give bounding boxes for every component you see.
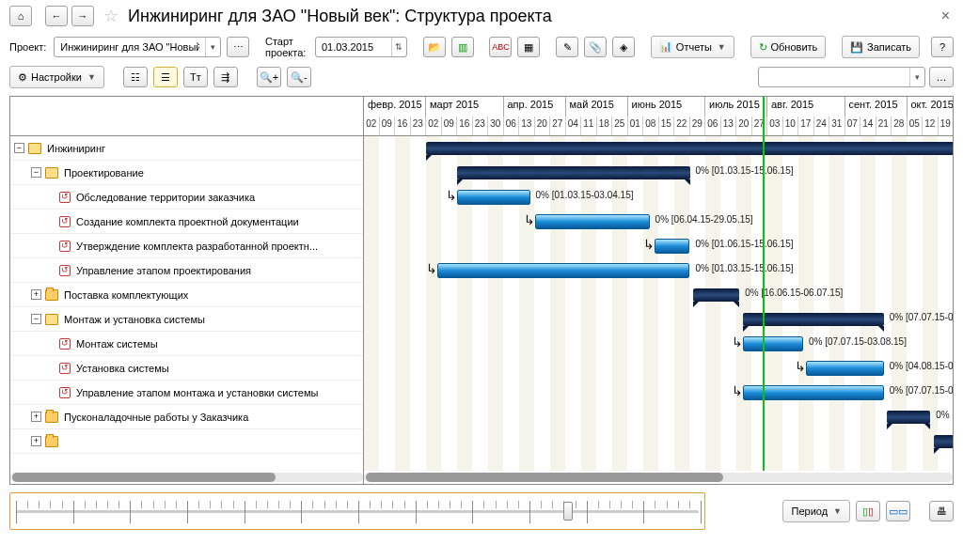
layout-b-button[interactable]: ▭▭ (886, 501, 910, 521)
task-row[interactable]: Управление этапом монтажа и установки си… (10, 381, 363, 405)
summary-bar[interactable] (887, 411, 930, 424)
back-button[interactable]: ← (45, 6, 68, 26)
hierarchy-view-button[interactable]: ☷ (123, 67, 148, 87)
expand-icon[interactable]: + (31, 436, 41, 446)
task-row[interactable]: Установка системы (10, 356, 363, 381)
tree-button[interactable]: ⇶ (213, 67, 238, 87)
layout-a-button[interactable]: ▯▯ (856, 501, 880, 521)
summary-bar[interactable] (693, 288, 740, 302)
project-dropdown-icon[interactable]: ▾ (205, 38, 220, 56)
reports-button[interactable]: 📊 Отчеты ▼ (651, 36, 734, 58)
collapse-icon[interactable]: − (14, 143, 24, 153)
task-bar[interactable] (743, 336, 803, 351)
task-row[interactable]: +Поставка комплектующих (10, 283, 363, 307)
task-row[interactable]: −Монтаж и установка системы (10, 307, 363, 332)
start-input[interactable] (316, 38, 391, 56)
task-row[interactable]: Утверждение комплекта разработанной прое… (10, 234, 363, 258)
task-row[interactable]: Обследование территории заказчика (10, 185, 363, 210)
task-row[interactable]: −Инжиниринг (10, 136, 363, 161)
zoom-ruler[interactable] (9, 492, 705, 530)
project-select-button[interactable]: ⋯ (227, 37, 249, 57)
summary-bar[interactable] (426, 142, 953, 155)
text-mode-button[interactable]: Tт (183, 67, 208, 87)
task-bar[interactable] (457, 190, 530, 205)
schedule-a-button[interactable]: ABC (489, 37, 512, 57)
gantt-timeline[interactable]: февр. 2015март 2015апр. 2015май 2015июнь… (364, 97, 953, 471)
close-icon[interactable]: × (938, 8, 954, 24)
folder-icon (28, 143, 41, 154)
package-button[interactable]: ◈ (612, 37, 635, 57)
project-input[interactable] (55, 38, 205, 56)
task-name: Создание комплекта проектной документаци… (76, 216, 299, 227)
open-folder-button[interactable]: 📂 (423, 37, 446, 57)
refresh-button[interactable]: ↻ Обновить (750, 36, 827, 58)
task-row[interactable]: Монтаж системы (10, 332, 363, 356)
month-header: сент. 2015 (845, 97, 908, 117)
week-header: 10 (783, 117, 799, 136)
more-button[interactable]: … (929, 67, 954, 87)
expand-icon[interactable]: + (31, 412, 41, 422)
bar-label: 0% [06.04.15-29.05.15] (655, 214, 753, 225)
expand-icon[interactable]: + (31, 289, 41, 300)
zoom-out-button[interactable]: 🔍- (287, 67, 311, 87)
month-header: май 2015 (566, 97, 628, 117)
period-button[interactable]: Период ▼ (782, 500, 850, 522)
attach-button[interactable]: 📎 (584, 37, 607, 57)
week-header: 17 (798, 117, 814, 136)
bar-label: 0% [01.06.15-15.06.15] (696, 239, 794, 249)
task-name: Монтаж системы (76, 338, 158, 350)
task-bar[interactable] (655, 239, 690, 254)
star-icon[interactable]: ☆ (103, 6, 118, 26)
task-row[interactable]: −Проектирование (10, 161, 363, 185)
doc-button[interactable]: ▥ (451, 37, 474, 57)
task-row[interactable]: Управление этапом проектирования (10, 258, 363, 283)
task-list: −Инжиниринг−ПроектированиеОбследование т… (10, 97, 364, 471)
bar-label: 0% [16.06.15-06.07.15] (745, 288, 843, 298)
schedule-b-button[interactable]: ▦ (517, 37, 540, 57)
bar-label: 0% [01.03.15-15.06.15] (696, 165, 794, 176)
task-icon (59, 387, 71, 398)
edit-button[interactable]: ✎ (556, 37, 578, 57)
filter-combo[interactable]: ▾ (758, 67, 925, 87)
home-button[interactable]: ⌂ (9, 6, 32, 26)
week-header: 03 (767, 117, 783, 136)
link-arrow-icon: ↳ (643, 237, 655, 252)
task-bar[interactable] (437, 263, 690, 278)
task-name: Пусконаладочные работы у Заказчика (64, 412, 248, 423)
date-step-icon[interactable]: ⇅ (391, 38, 406, 56)
task-name: Утверждение комплекта разработанной прое… (76, 241, 318, 252)
timeline-scrollbar[interactable] (364, 473, 953, 482)
task-row[interactable]: + (10, 429, 363, 454)
start-date[interactable]: ⇅ (315, 37, 407, 57)
save-button[interactable]: 💾 Записать (842, 36, 920, 58)
settings-button[interactable]: ⚙ Настройки ▼ (9, 66, 104, 88)
task-row[interactable]: Создание комплекта проектной документаци… (10, 210, 363, 234)
help-button[interactable]: ? (931, 37, 954, 57)
task-name: Обследование территории заказчика (76, 192, 255, 203)
task-row[interactable]: +Пусконаладочные работы у Заказчика (10, 405, 363, 429)
task-bar[interactable] (535, 214, 650, 229)
zoom-handle[interactable] (563, 502, 573, 521)
flat-view-button[interactable]: ☰ (153, 67, 178, 87)
task-name: Инжиниринг (47, 143, 105, 154)
filter-drop-icon[interactable]: ▾ (909, 68, 924, 86)
forward-button[interactable]: → (71, 6, 94, 26)
collapse-icon[interactable]: − (31, 167, 41, 178)
collapse-icon[interactable]: − (31, 314, 41, 324)
month-header: июль 2015 (705, 97, 767, 117)
tasks-scrollbar[interactable] (10, 473, 363, 482)
project-combo[interactable]: ▾ (54, 37, 221, 57)
week-header: 30 (488, 117, 504, 136)
zoom-in-button[interactable]: 🔍+ (257, 67, 281, 87)
week-header: 08 (643, 117, 659, 136)
bar-label: 0% [07.07.15-03.08.15] (809, 336, 907, 347)
week-header: 16 (395, 117, 411, 136)
task-bar[interactable] (806, 361, 884, 376)
filter-input[interactable] (759, 68, 909, 86)
summary-bar[interactable] (457, 166, 690, 179)
summary-bar[interactable] (934, 435, 953, 448)
gear-icon: ⚙ (18, 71, 27, 84)
print-button[interactable]: 🖶 (929, 501, 954, 521)
week-header: 23 (473, 117, 489, 136)
task-icon (59, 363, 71, 374)
